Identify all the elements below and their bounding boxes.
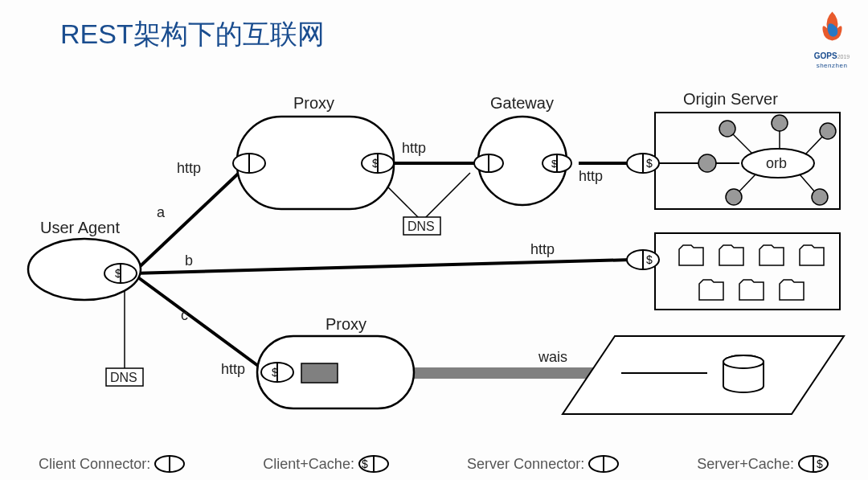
svg-line-39: [805, 135, 824, 154]
svg-line-35: [731, 133, 751, 153]
user-agent-label: User Agent: [40, 219, 120, 236]
flame-icon: [814, 8, 850, 44]
legend: Client Connector: Client+Cache: $ Server…: [0, 454, 868, 474]
svg-text:$: $: [646, 253, 653, 266]
legend-client-connector: Client Connector:: [39, 454, 186, 474]
dns-box-2: DNS: [110, 371, 137, 384]
proxy2-label: Proxy: [326, 315, 366, 333]
svg-marker-54: [563, 336, 844, 414]
origin-server-label: Origin Server: [683, 90, 778, 108]
logo-location: shenzhen: [808, 62, 856, 69]
edge-http-1: http: [177, 160, 201, 176]
svg-line-41: [738, 174, 755, 193]
svg-text:$: $: [646, 157, 653, 170]
logo-brand: GOPS: [814, 51, 837, 60]
legend-client-cache: Client+Cache: $: [263, 454, 390, 474]
orb-label: orb: [766, 155, 787, 171]
svg-point-42: [726, 189, 742, 205]
logo-year: 2019: [837, 54, 850, 59]
svg-line-6: [422, 173, 470, 221]
svg-point-44: [812, 189, 828, 205]
svg-point-32: [698, 154, 716, 172]
gateway-label: Gateway: [490, 94, 554, 112]
edge-http-5: http: [221, 361, 245, 377]
path-c-label: c: [181, 307, 188, 323]
svg-point-40: [820, 123, 836, 139]
path-b-label: b: [185, 252, 193, 269]
edge-http-2: http: [402, 140, 426, 156]
proxy1-label: Proxy: [293, 94, 334, 112]
svg-text:$: $: [372, 157, 379, 170]
svg-line-1: [133, 260, 631, 273]
svg-point-36: [719, 121, 735, 137]
svg-text:$: $: [272, 366, 278, 379]
svg-text:$: $: [115, 267, 121, 280]
svg-line-43: [800, 174, 816, 193]
svg-rect-53: [301, 363, 338, 383]
svg-text:$: $: [362, 457, 368, 470]
svg-text:$: $: [551, 158, 558, 170]
edge-wais: wais: [538, 349, 567, 365]
svg-text:$: $: [817, 457, 823, 470]
architecture-diagram: a http b http c http http http DNS DNS w…: [0, 72, 868, 434]
svg-point-38: [772, 115, 788, 131]
dns-box-1: DNS: [407, 219, 435, 233]
path-a-label: a: [157, 204, 166, 220]
svg-point-57: [723, 355, 764, 368]
slide-title: REST架构下的互联网: [60, 16, 325, 53]
legend-server-cache: Server+Cache: $: [697, 454, 829, 474]
gops-logo: GOPS2019 shenzhen: [808, 8, 856, 69]
legend-server-connector: Server Connector:: [467, 454, 620, 474]
edge-http-4: http: [530, 241, 555, 257]
svg-line-2: [133, 273, 267, 372]
edge-http-3: http: [579, 168, 603, 184]
